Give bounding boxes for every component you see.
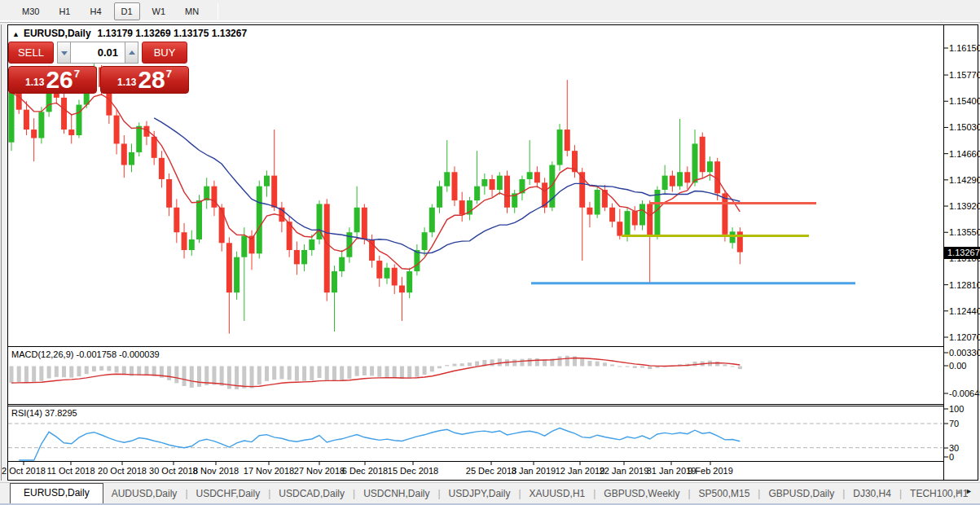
indicator-axis-tick-label: -0.00649 — [949, 389, 980, 398]
indicator-axis-tick-label: 0.003306 — [949, 348, 980, 358]
date-axis-label: 20 Oct 2018 — [98, 466, 147, 476]
current-price-box: 1.13267 — [944, 247, 980, 259]
ask-big-digits: 28 — [138, 68, 165, 91]
one-click-trade-panel: SELL BUY 1.13 26 7 1.13 28 7 — [8, 40, 189, 94]
tab-scroll-left-icon[interactable]: ◄ — [955, 487, 965, 495]
tab-audusd-daily[interactable]: AUDUSD,Daily — [103, 485, 186, 503]
date-axis-label: 15 Dec 2018 — [388, 466, 438, 476]
bid-price-box[interactable]: 1.13 26 7 — [8, 66, 97, 94]
rsi-indicator-label: RSI(14) 37.8295 — [11, 408, 77, 418]
indicator-axis-tick-label: 100 — [949, 404, 964, 414]
bid-prefix: 1.13 — [25, 77, 44, 88]
date-axis-label: 27 Nov 2018 — [294, 466, 345, 476]
date-axis-label: 22 Jan 2019 — [600, 466, 649, 476]
sell-button[interactable]: SELL — [8, 42, 54, 64]
volume-decrease-button[interactable] — [57, 42, 71, 64]
date-axis-label: 11 Oct 2018 — [46, 466, 94, 476]
volume-down-icon — [61, 51, 68, 55]
price-axis-tick-label: 1.13920 — [949, 201, 980, 211]
application-window: M30H1H4D1W1MN ▲EURUSD,Daily1.13179 1.132… — [0, 0, 980, 505]
ask-prefix: 1.13 — [117, 77, 136, 88]
price-axis-tick-label: 1.14290 — [949, 175, 980, 185]
price-axis-tick-label: 1.12440 — [949, 306, 980, 316]
bid-big-digits: 26 — [46, 68, 73, 91]
price-axis-tick-label: 1.13550 — [949, 227, 980, 237]
tab-dj30-h4[interactable]: DJ30,H4 — [845, 485, 899, 503]
indicator-axis-tick-label: 0 — [949, 452, 954, 462]
date-axis-label: 8 Nov 2018 — [193, 466, 239, 476]
chart-title: ▲EURUSD,Daily1.13179 1.13269 1.13175 1.1… — [12, 28, 247, 39]
ask-pipette: 7 — [166, 68, 172, 80]
macd-indicator-label: MACD(12,26,9) -0.001758 -0.000039 — [11, 349, 160, 359]
tab-usdjpy-daily[interactable]: USDJPY,Daily — [441, 485, 519, 503]
tab-xauusd-h1[interactable]: XAUUSD,H1 — [521, 485, 594, 503]
volume-increase-button[interactable] — [125, 42, 138, 64]
tab-usdcad-daily[interactable]: USDCAD,Daily — [270, 485, 353, 503]
date-axis-label: 3 Jan 2019 — [512, 466, 556, 476]
date-axis-label: 9 Feb 2019 — [688, 466, 733, 476]
volume-input[interactable] — [71, 42, 125, 64]
tab-scroll-arrows: ◄► — [955, 487, 976, 495]
tab-usdchf-daily[interactable]: USDCHF,Daily — [188, 485, 269, 503]
tab-eurusd-daily[interactable]: EURUSD,Daily — [10, 483, 103, 503]
indicator-axis-tick-label: 0.00 — [949, 361, 966, 371]
date-axis-label: 2 Oct 2018 — [2, 466, 46, 476]
price-axis-tick-label: 1.12810 — [949, 280, 980, 290]
price-axis-tick-label: 1.12070 — [949, 332, 980, 342]
date-axis-label: 30 Oct 2018 — [149, 466, 198, 476]
tab-gbpusd-weekly[interactable]: GBPUSD,Weekly — [595, 485, 688, 503]
chart-tab-bar: EURUSD,DailyAUDUSD,Daily|USDCHF,Daily|US… — [0, 482, 980, 503]
price-axis-tick-label: 1.14660 — [949, 149, 980, 159]
indicator-axis-tick-label: 70 — [949, 419, 959, 428]
tab-usdcnh-daily[interactable]: USDCNH,Daily — [355, 485, 437, 503]
ask-price-box[interactable]: 1.13 28 7 — [100, 66, 189, 94]
chart-symbol-label: EURUSD,Daily — [24, 28, 91, 39]
date-axis-label: 17 Nov 2018 — [244, 466, 294, 476]
tab-sp500-m15[interactable]: SP500,M15 — [691, 485, 758, 503]
date-axis-label: 25 Dec 2018 — [466, 466, 516, 476]
tab-gbpusd-daily[interactable]: GBPUSD,Daily — [760, 485, 842, 503]
price-axis-tick-label: 1.16150 — [949, 43, 980, 53]
buy-button[interactable]: BUY — [142, 42, 187, 64]
date-axis-label: 6 Dec 2018 — [342, 466, 388, 476]
collapse-icon[interactable]: ▲ — [12, 30, 20, 38]
price-axis-tick-label: 1.15030 — [949, 122, 980, 132]
tab-scroll-right-icon[interactable]: ► — [965, 487, 976, 495]
volume-up-icon — [129, 50, 135, 55]
chart-ohlc-readout: 1.13179 1.13269 1.13175 1.13267 — [98, 28, 248, 39]
price-axis-tick-label: 1.15770 — [949, 70, 980, 80]
date-axis-label: 12 Jan 2019 — [556, 466, 605, 476]
bid-pipette: 7 — [74, 68, 80, 80]
price-axis-tick-label: 1.15400 — [949, 96, 980, 106]
